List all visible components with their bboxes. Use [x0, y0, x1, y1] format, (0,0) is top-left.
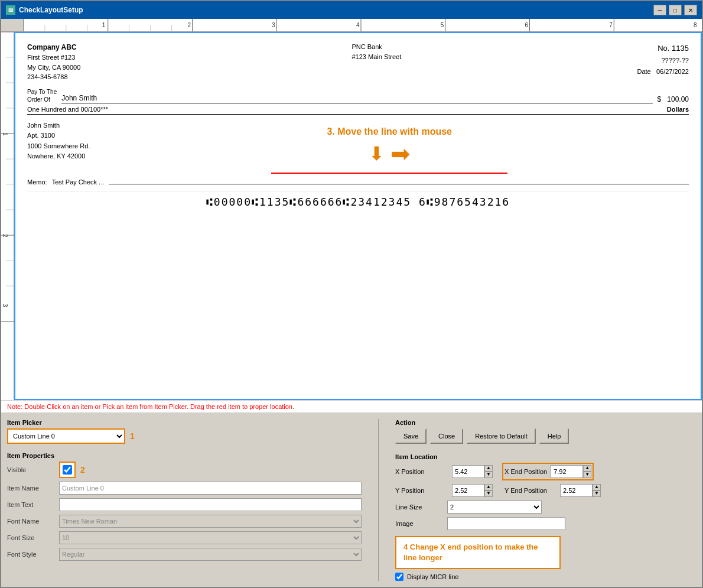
note-bar: Note: Double Click on an item or Pick an… [1, 400, 702, 413]
item-name-input[interactable] [59, 482, 362, 495]
font-name-row: Font Name Times New Roman Arial Courier … [7, 515, 362, 528]
svg-text:7: 7 [609, 22, 613, 28]
x-end-up[interactable]: ▲ [583, 465, 591, 472]
check-number-area: No. 1135 ?????-?? Date 06/27/2022 [637, 42, 689, 82]
ruler-corner [1, 19, 24, 32]
bank-name: PNC Bank [352, 42, 402, 52]
addr1: John Smith [27, 121, 90, 131]
action-section: Action Save Close Restore to Default Hel… [395, 419, 696, 449]
item-name-label: Item Name [7, 485, 54, 492]
amount-symbol: $ [658, 95, 662, 103]
x-pos-up[interactable]: ▲ [484, 465, 493, 472]
date-row: Date 06/27/2022 [637, 66, 689, 77]
font-size-select[interactable]: 10 8 12 14 [59, 531, 362, 544]
visible-checkbox-container [59, 462, 76, 478]
x-end-input[interactable] [551, 465, 583, 478]
company-phone: 234-345-6788 [27, 72, 80, 82]
y-end-down[interactable]: ▼ [593, 490, 601, 497]
visible-checkbox[interactable] [63, 465, 72, 475]
ruler-vertical: 1 2 3 [1, 32, 14, 400]
window-title: CheckLayoutSetup [19, 6, 83, 14]
right-panel: Action Save Close Restore to Default Hel… [395, 419, 696, 581]
arrow-right-icon: ➡ [390, 142, 411, 165]
note-text: Note: Double Click on an item or Pick an… [7, 403, 294, 410]
svg-text:2: 2 [2, 234, 8, 238]
svg-text:8: 8 [694, 22, 697, 28]
pay-row: Pay To TheOrder Of John Smith $ 100.00 [27, 88, 689, 103]
x-pos-control: ▲ ▼ [452, 465, 493, 478]
amount-words-row: One Hundred and 00/100*** Dollars [27, 106, 689, 115]
amount-value: 100.00 [667, 95, 689, 103]
image-input[interactable] [447, 517, 565, 530]
minimize-button[interactable]: ─ [653, 5, 666, 15]
item-name-row: Item Name [7, 482, 362, 495]
svg-text:6: 6 [525, 22, 529, 28]
y-pos-down[interactable]: ▼ [484, 490, 493, 497]
check-middle: John Smith Apt. 3100 1000 Somewhere Rd. … [27, 121, 689, 174]
item-location-label: Item Location [395, 453, 696, 460]
item-text-input[interactable] [59, 498, 362, 511]
display-micr-label: Display MICR line [407, 573, 458, 580]
save-button[interactable]: Save [395, 428, 427, 444]
check-no-label: No. [658, 44, 669, 53]
y-end-up[interactable]: ▲ [593, 484, 601, 490]
font-name-label: Font Name [7, 518, 54, 525]
svg-text:1: 1 [102, 22, 106, 28]
display-micr-checkbox[interactable] [395, 573, 403, 581]
svg-text:4: 4 [356, 22, 360, 28]
font-size-label: Font Size [7, 534, 54, 541]
y-pos-up[interactable]: ▲ [484, 484, 493, 490]
close-button[interactable]: ✕ [684, 5, 697, 15]
image-label: Image [395, 520, 442, 527]
date-value: 06/27/2022 [656, 68, 689, 75]
step4-annotation: 4 Change X end position to make the line… [395, 536, 561, 569]
check-number-value: 1135 [672, 44, 689, 53]
help-button[interactable]: Help [539, 428, 569, 444]
font-name-select[interactable]: Times New Roman Arial Courier New [59, 515, 362, 528]
line-size-select[interactable]: 2 1 3 4 [447, 501, 542, 514]
step4-text: 4 Change X end position to make the line… [403, 542, 538, 562]
restore-default-button[interactable]: Restore to Default [467, 428, 536, 444]
micr-line: ⑆00000⑆1135⑆666666⑆23412345 6⑆9876543216 [27, 191, 689, 208]
x-end-down[interactable]: ▼ [583, 472, 591, 478]
payee-name: John Smith [61, 94, 652, 103]
main-area: 1 2 3 Company ABC [1, 32, 702, 400]
step1-label: 1 [130, 431, 135, 441]
addr4: Nowhere, KY 42000 [27, 151, 90, 162]
bottom-panel: Item Picker Custom Line 0 Custom Line 1 … [1, 413, 702, 587]
ruler-horizontal: 1 2 3 4 5 6 7 8 [24, 19, 702, 32]
y-pos-label: Y Position [395, 487, 442, 494]
item-picker-dropdown[interactable]: Custom Line 0 Custom Line 1 Company Name… [7, 428, 125, 444]
y-position-input[interactable] [452, 484, 484, 497]
close-button[interactable]: Close [430, 428, 463, 444]
step2-label: 2 [80, 465, 85, 475]
bank-address: #123 Main Street [352, 52, 402, 62]
title-bar-left: ✉ CheckLayoutSetup [6, 5, 83, 15]
memo-value: Test Pay Check ... [52, 178, 105, 186]
memo-row: Memo: Test Pay Check ... [27, 176, 689, 186]
addr3: 1000 Somewhere Rd. [27, 141, 90, 152]
maximize-button[interactable]: □ [669, 5, 682, 15]
company-address2: My City, CA 90000 [27, 63, 80, 73]
company-info: Company ABC First Street #123 My City, C… [27, 42, 80, 82]
x-end-label: X End Position [505, 468, 547, 475]
line-size-label: Line Size [395, 503, 442, 511]
y-pos-spinners: ▲ ▼ [484, 484, 493, 497]
routing-number: ?????-?? [637, 55, 689, 66]
item-properties-label: Item Properties [7, 452, 362, 459]
line-size-row: Line Size 2 1 3 4 [395, 501, 696, 514]
item-picker-label: Item Picker [7, 419, 362, 426]
x-position-input[interactable] [452, 465, 484, 478]
company-name: Company ABC [27, 42, 80, 53]
company-address1: First Street #123 [27, 53, 80, 63]
y-end-input[interactable] [560, 484, 593, 497]
x-pos-down[interactable]: ▼ [484, 472, 493, 478]
x-position-row: X Position ▲ ▼ X End Position ▲ ▼ [395, 463, 696, 480]
addr2: Apt. 3100 [27, 131, 90, 141]
svg-text:5: 5 [441, 22, 444, 28]
custom-line-red [271, 173, 507, 174]
arrows-container: ⬇ ➡ [369, 142, 411, 165]
font-style-select[interactable]: Regular Bold Italic Bold Italic [59, 548, 362, 561]
action-label: Action [395, 419, 696, 426]
annotation-area: 3. Move the line with mouse ⬇ ➡ [90, 126, 689, 174]
